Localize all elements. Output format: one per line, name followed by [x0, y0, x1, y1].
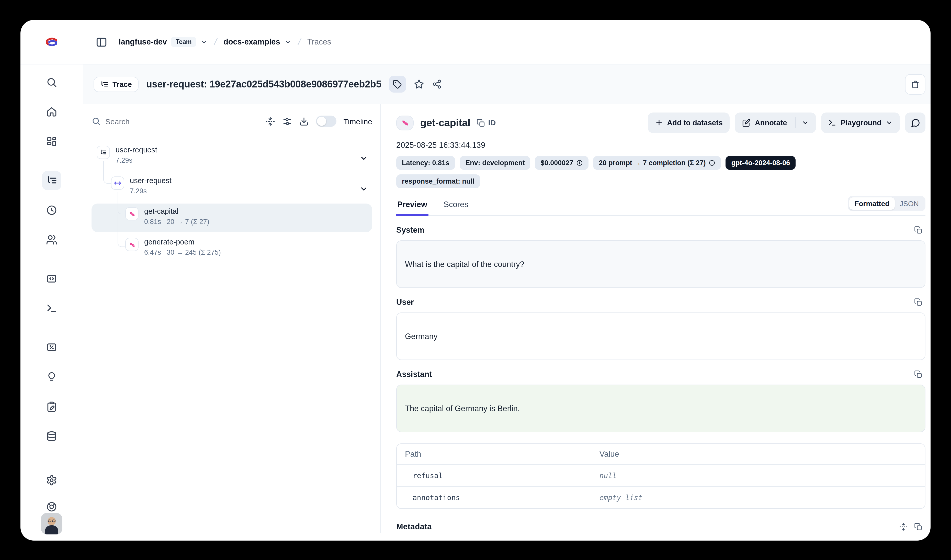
- trash-icon: [911, 80, 920, 89]
- timeline-label: Timeline: [343, 117, 372, 126]
- sidebar-item-datasets[interactable]: [42, 426, 62, 446]
- table-row: refusal null: [397, 465, 925, 486]
- button-divider: [795, 117, 796, 128]
- langfuse-logo: [45, 36, 58, 48]
- sidebar-item-annotation[interactable]: [42, 397, 62, 416]
- sidebar-item-scores[interactable]: [42, 337, 62, 357]
- user-avatar[interactable]: [41, 513, 62, 534]
- toggle-knob: [317, 117, 326, 126]
- playground-button[interactable]: Playground: [821, 112, 900, 133]
- delete-trace-button[interactable]: [905, 74, 925, 94]
- home-icon: [46, 106, 57, 118]
- breadcrumb-section: Traces: [307, 37, 331, 46]
- sidebar-item-home[interactable]: [42, 102, 62, 122]
- sidebar-item-sessions[interactable]: [42, 200, 62, 220]
- terminal-icon: [828, 118, 837, 127]
- detail-scroll-area[interactable]: System What is the capital of the countr…: [396, 216, 925, 533]
- node-label: user-request: [115, 146, 157, 154]
- system-message-text: What is the capital of the country?: [405, 260, 524, 269]
- add-to-datasets-button[interactable]: Add to datasets: [648, 112, 730, 133]
- app-window: langfuse-dev Team / docs-examples / Trac…: [20, 20, 931, 541]
- node-token-usage: 20 → 7 (Σ 27): [167, 218, 209, 226]
- copy-icon[interactable]: [914, 226, 922, 234]
- breadcrumb-org[interactable]: langfuse-dev Team: [118, 37, 207, 47]
- sidebar-item-prompts[interactable]: [42, 269, 62, 288]
- search-icon: [92, 117, 101, 126]
- node-label: generate-poem: [144, 238, 221, 246]
- sidebar-item-dashboards[interactable]: [42, 132, 62, 151]
- copy-icon[interactable]: [914, 523, 922, 531]
- search-input[interactable]: [105, 117, 258, 126]
- sidebar-toggle-button[interactable]: [95, 36, 108, 48]
- comment-bubble-icon: [910, 118, 920, 128]
- logo-column: [20, 20, 83, 64]
- unfold-vertical-icon[interactable]: [899, 523, 908, 531]
- bookmark-button[interactable]: [413, 79, 424, 89]
- chevron-down-icon[interactable]: [359, 154, 368, 163]
- breadcrumb-separator: /: [297, 36, 302, 48]
- usage-badge[interactable]: 20 prompt → 7 completion (Σ 27): [593, 156, 721, 170]
- json-toggle[interactable]: JSON: [894, 197, 924, 210]
- sidebar-item-users[interactable]: [42, 230, 62, 249]
- assistant-section: Assistant The capital of Germany is Berl…: [396, 370, 925, 432]
- sidebar-item-playground[interactable]: [42, 298, 62, 318]
- copy-icon[interactable]: [914, 298, 922, 306]
- lightbulb-icon: [46, 371, 57, 383]
- response-format-badge: response_format: null: [396, 174, 480, 188]
- move-horizontal-icon: [114, 180, 121, 187]
- sidebar-item-search[interactable]: [42, 72, 62, 92]
- env-badge: Env: development: [460, 156, 531, 170]
- download-button[interactable]: [299, 116, 309, 126]
- id-label: ID: [488, 118, 496, 127]
- cost-badge[interactable]: $0.000027: [535, 156, 589, 170]
- collapse-all-button[interactable]: [265, 116, 275, 126]
- node-duration: 7.29s: [130, 187, 147, 195]
- tree-node-trace[interactable]: user-request 7.29s: [92, 142, 372, 171]
- share-icon: [432, 79, 442, 89]
- column-header-path: Path: [405, 449, 600, 459]
- sidebar-item-tracing[interactable]: [42, 171, 62, 190]
- formatted-toggle[interactable]: Formatted: [849, 197, 894, 210]
- node-duration: 6.47s: [144, 249, 161, 256]
- share-button[interactable]: [432, 79, 442, 89]
- chevron-down-icon[interactable]: [802, 119, 809, 126]
- annotate-button[interactable]: Annotate: [735, 112, 816, 133]
- breadcrumb-separator: /: [213, 36, 218, 48]
- sidebar-item-insights[interactable]: [42, 367, 62, 387]
- detail-tabs: Preview Scores Formatted JSON: [396, 195, 925, 216]
- model-badge[interactable]: gpt-4o-2024-08-06: [726, 156, 796, 170]
- trace-header-bar: Trace user-request: 19e27ac025d543b008e9…: [83, 65, 931, 104]
- tab-scores[interactable]: Scores: [443, 195, 469, 215]
- row-value: null: [600, 472, 917, 480]
- view-mode-toggle: Formatted JSON: [848, 196, 925, 211]
- assistant-message-text: The capital of Germany is Berlin.: [405, 404, 520, 413]
- tree-node-generation[interactable]: generate-poem 6.47s 30 → 245 (Σ 275): [92, 234, 372, 263]
- tree-node-span[interactable]: user-request 7.29s: [92, 173, 372, 202]
- tab-preview[interactable]: Preview: [396, 195, 428, 215]
- chevron-down-icon: [886, 119, 893, 126]
- copy-icon[interactable]: [914, 370, 922, 378]
- tree-settings-button[interactable]: [282, 116, 292, 126]
- breadcrumb-project[interactable]: docs-examples: [223, 37, 291, 46]
- observation-timestamp: 2025-08-25 16:33:44.139: [396, 141, 925, 150]
- panel-left-icon: [95, 36, 108, 48]
- badges-row: Latency: 0.81s Env: development $0.00002…: [396, 156, 856, 188]
- row-path: refusal: [405, 472, 600, 480]
- chevron-down-icon: [200, 38, 207, 46]
- tree-node-generation-selected[interactable]: get-capital 0.81s 20 → 7 (Σ 27): [92, 203, 372, 232]
- system-section: System What is the capital of the countr…: [396, 226, 925, 288]
- percent-card-icon: [46, 342, 57, 353]
- database-icon: [46, 431, 57, 442]
- observation-detail-panel: get-capital ID Add to datasets: [381, 104, 931, 533]
- tags-button[interactable]: [389, 76, 406, 92]
- user-message-text: Germany: [405, 332, 438, 341]
- list-tree-icon: [100, 80, 108, 88]
- chevron-down-icon[interactable]: [359, 185, 368, 193]
- metadata-title: Metadata: [396, 522, 432, 531]
- comments-button[interactable]: [905, 112, 925, 133]
- timeline-toggle[interactable]: [316, 115, 336, 127]
- topbar-main: langfuse-dev Team / docs-examples / Trac…: [83, 20, 931, 64]
- copy-id-control[interactable]: ID: [477, 118, 496, 127]
- sidebar-item-settings[interactable]: [42, 471, 62, 490]
- generation-icon: [128, 210, 136, 218]
